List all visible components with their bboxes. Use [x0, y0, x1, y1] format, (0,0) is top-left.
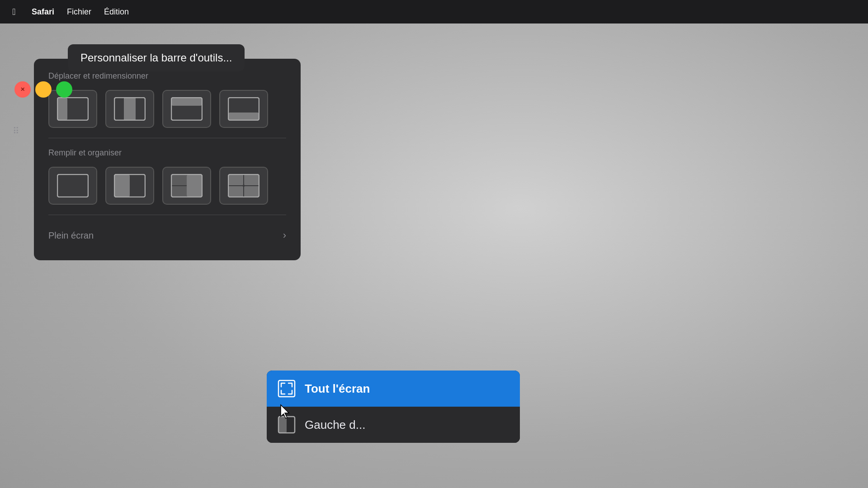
svg-rect-3 [124, 98, 136, 120]
plein-ecran-label: Plein écran [48, 230, 94, 241]
submenu-gauche-label: Gauche d... [305, 418, 365, 432]
layout-fill-right-half[interactable] [162, 167, 211, 205]
menubar-fichier[interactable]: Fichier [67, 7, 91, 17]
close-button[interactable] [14, 81, 31, 98]
submenu-item-gauche[interactable]: Gauche d... [267, 407, 520, 443]
gauche-icon [277, 415, 297, 435]
section-divider [48, 138, 286, 138]
svg-rect-19 [244, 186, 259, 197]
grid-dots-icon: ⠿ [13, 126, 19, 136]
plein-ecran-row[interactable]: Plein écran › [48, 225, 286, 246]
toolbar-tooltip: Personnaliser la barre d'outils... [68, 44, 245, 71]
layout-fill-right-half-icon [171, 174, 203, 197]
layout-left-sidebar-icon [57, 97, 89, 121]
layout-top-bar-icon [171, 97, 203, 121]
svg-rect-8 [57, 174, 88, 197]
toolbar-tooltip-text: Personnaliser la barre d'outils... [80, 52, 232, 64]
minimize-button[interactable] [35, 81, 52, 98]
svg-rect-22 [278, 417, 287, 433]
maximize-button[interactable] [56, 81, 72, 98]
layout-bottom-bar[interactable] [219, 90, 268, 128]
window-controls [14, 81, 72, 98]
layout-fill-left-half-icon [114, 174, 146, 197]
apple-menu[interactable]:  [9, 7, 19, 17]
svg-rect-7 [228, 113, 259, 120]
layout-fill-full-icon [57, 174, 89, 197]
layout-bottom-bar-icon [228, 97, 259, 121]
section1-title: Déplacer et redimensionner [48, 71, 286, 81]
layout-fill-grid[interactable] [219, 167, 268, 205]
layout-panel: Déplacer et redimensionner [34, 59, 301, 260]
submenu-popup: Tout l'écran Gauche d... [267, 371, 520, 443]
submenu-item-tout-ecran[interactable]: Tout l'écran [267, 371, 520, 407]
tout-ecran-icon [277, 379, 297, 399]
layout-fill-left-half[interactable] [105, 167, 154, 205]
section2-layout-grid [48, 167, 286, 205]
menubar-edition[interactable]: Édition [104, 7, 129, 17]
svg-rect-14 [171, 186, 187, 197]
chevron-right-icon: › [283, 230, 286, 241]
section2-title: Remplir et organiser [48, 148, 286, 158]
svg-rect-17 [244, 174, 259, 185]
layout-top-bar[interactable] [162, 90, 211, 128]
svg-rect-13 [171, 174, 187, 185]
svg-rect-5 [171, 98, 202, 106]
layout-center-sidebar-icon [114, 97, 146, 121]
svg-rect-10 [114, 174, 130, 197]
layout-center-sidebar[interactable] [105, 90, 154, 128]
layout-fill-full[interactable] [48, 167, 97, 205]
svg-rect-1 [57, 98, 67, 120]
section1-layout-grid [48, 90, 286, 128]
svg-rect-16 [228, 174, 243, 185]
svg-rect-12 [187, 174, 202, 197]
layout-fill-grid-icon [228, 174, 259, 197]
apple-logo-icon:  [12, 7, 15, 17]
section2-divider [48, 215, 286, 215]
submenu-tout-ecran-label: Tout l'écran [305, 382, 370, 396]
svg-rect-18 [228, 186, 243, 197]
menubar-safari[interactable]: Safari [32, 7, 54, 17]
menubar:  Safari Fichier Édition [0, 0, 868, 23]
